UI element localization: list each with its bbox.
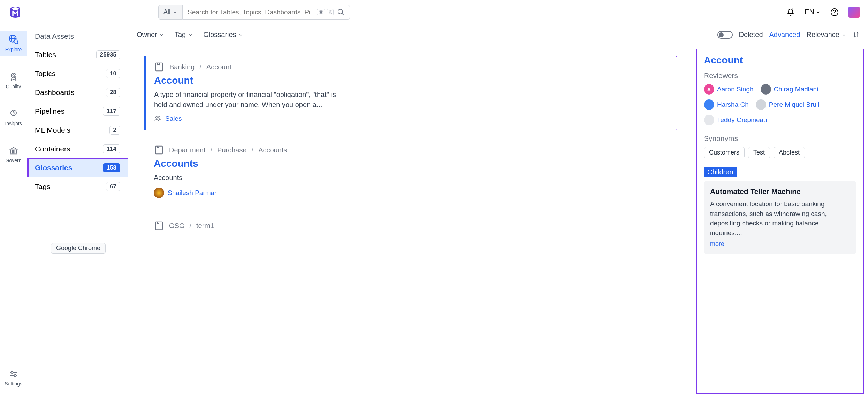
card-title[interactable]: Accounts — [154, 158, 667, 169]
chevron-down-icon — [188, 32, 193, 37]
sidebar-item-label: Tables — [35, 51, 56, 59]
user-avatar[interactable] — [848, 7, 860, 18]
reviewers-label: Reviewers — [704, 72, 856, 80]
count-badge: 25935 — [96, 50, 120, 59]
reviewer[interactable]: AAaron Singh — [704, 84, 754, 95]
filter-tag[interactable]: Tag — [175, 31, 193, 39]
synonym-chip[interactable]: Abctest — [774, 147, 805, 158]
glossary-icon — [154, 62, 165, 72]
details-title[interactable]: Account — [704, 55, 856, 66]
tag-link[interactable]: Sales — [165, 115, 182, 122]
users-icon — [154, 115, 162, 122]
count-badge: 2 — [109, 126, 120, 135]
sidebar-item-tags[interactable]: Tags67 — [27, 177, 128, 196]
svg-line-14 — [17, 43, 18, 44]
rail-quality[interactable]: Quality — [0, 68, 27, 93]
chevron-down-icon — [816, 10, 821, 15]
search-input[interactable] — [188, 8, 313, 16]
owner-row: Shailesh Parmar — [154, 188, 667, 198]
crumb[interactable]: Purchase — [217, 146, 247, 154]
globe-search-icon — [8, 34, 19, 45]
rail-insights[interactable]: Insights — [0, 105, 27, 130]
rail-label: Explore — [5, 47, 22, 52]
reviewer-name: Chirag Madlani — [774, 85, 818, 93]
synonym-chip[interactable]: Customers — [704, 147, 745, 158]
synonym-chip[interactable]: Test — [748, 147, 770, 158]
sidebar-item-tables[interactable]: Tables25935 — [27, 45, 128, 64]
svg-point-18 — [11, 371, 13, 373]
sidebar-item-topics[interactable]: Topics10 — [27, 64, 128, 83]
svg-point-9 — [834, 14, 835, 14]
owner-avatar — [154, 188, 164, 198]
sidebar-title: Data Assets — [27, 32, 128, 45]
crumb[interactable]: Accounts — [258, 146, 287, 154]
child-card[interactable]: Automated Teller Machine A convenient lo… — [704, 181, 856, 254]
sidebar-item-label: ML Models — [35, 126, 70, 134]
search-box[interactable]: ⌘ K — [183, 5, 350, 20]
crumb[interactable]: term1 — [196, 222, 214, 230]
reviewers-list: AAaron SinghChirag MadlaniHarsha ChPere … — [704, 84, 856, 125]
left-rail: Explore Quality Insights Govern Settings — [0, 24, 27, 397]
crumb[interactable]: Banking — [169, 63, 195, 71]
sidebar: Data Assets Tables25935Topics10Dashboard… — [27, 24, 128, 397]
advanced-link[interactable]: Advanced — [769, 31, 800, 39]
main-content: Owner Tag Glossaries Deleted Advanced Re… — [128, 24, 868, 397]
reviewer[interactable]: Teddy Crépineau — [704, 115, 767, 125]
search-icon[interactable] — [337, 8, 345, 16]
deleted-toggle[interactable] — [717, 31, 733, 39]
filter-glossaries[interactable]: Glossaries — [203, 31, 243, 39]
result-card[interactable]: Banking/AccountAccountA type of financia… — [144, 56, 677, 130]
card-title[interactable]: Account — [154, 75, 667, 86]
sort-az-icon[interactable] — [853, 31, 860, 38]
crumb[interactable]: Department — [169, 146, 206, 154]
svg-point-13 — [14, 40, 17, 43]
topbar: All ⌘ K EN — [0, 0, 868, 24]
chevron-down-icon — [842, 32, 846, 37]
svg-line-6 — [788, 9, 789, 9]
ribbon-icon — [9, 72, 18, 82]
rail-settings[interactable]: Settings — [0, 366, 27, 390]
sidebar-item-glossaries[interactable]: Glossaries158 — [27, 158, 128, 177]
more-link[interactable]: more — [710, 240, 724, 247]
kbd-hint: ⌘ K — [317, 9, 334, 15]
chevron-down-icon — [159, 32, 164, 37]
reviewer[interactable]: Chirag Madlani — [761, 84, 818, 95]
search-scope-dropdown[interactable]: All — [158, 5, 183, 20]
kbd-cmd: ⌘ — [317, 9, 325, 15]
chevron-down-icon — [238, 32, 243, 37]
result-card[interactable]: GSG/term1 — [144, 215, 677, 242]
result-card[interactable]: Department/Purchase/AccountsAccountsAcco… — [144, 139, 677, 206]
count-badge: 28 — [106, 88, 120, 97]
language-label: EN — [805, 8, 814, 16]
svg-point-23 — [158, 117, 160, 119]
sidebar-item-ml-models[interactable]: ML Models2 — [27, 121, 128, 140]
sort-relevance[interactable]: Relevance — [806, 31, 846, 39]
sidebar-item-pipelines[interactable]: Pipelines117 — [27, 102, 128, 121]
crumb[interactable]: Account — [206, 63, 231, 71]
children-badge: Children — [704, 167, 737, 177]
svg-line-7 — [792, 9, 793, 9]
synonyms-label: Synonyms — [704, 134, 856, 143]
reviewer-avatar: A — [704, 84, 714, 95]
sidebar-item-dashboards[interactable]: Dashboards28 — [27, 83, 128, 102]
rail-explore[interactable]: Explore — [0, 31, 27, 56]
search-group: All ⌘ K — [158, 5, 350, 20]
bell-icon[interactable] — [786, 8, 795, 16]
sliders-icon — [9, 369, 18, 379]
help-icon[interactable] — [830, 8, 839, 16]
svg-point-2 — [10, 14, 20, 18]
filter-owner[interactable]: Owner — [137, 31, 164, 39]
crumb[interactable]: GSG — [169, 222, 184, 230]
owner-name[interactable]: Shailesh Parmar — [168, 189, 216, 197]
deleted-label: Deleted — [739, 31, 763, 39]
breadcrumb: Banking/Account — [154, 62, 667, 72]
filterbar: Owner Tag Glossaries Deleted Advanced Re… — [128, 24, 868, 45]
reviewer[interactable]: Pere Miquel Brull — [756, 99, 820, 110]
count-badge: 114 — [103, 144, 120, 153]
reviewer[interactable]: Harsha Ch — [704, 99, 749, 110]
app-logo[interactable] — [8, 5, 22, 19]
sidebar-item-label: Dashboards — [35, 88, 74, 97]
rail-govern[interactable]: Govern — [0, 142, 27, 167]
language-selector[interactable]: EN — [805, 8, 821, 16]
sidebar-item-containers[interactable]: Containers114 — [27, 140, 128, 158]
